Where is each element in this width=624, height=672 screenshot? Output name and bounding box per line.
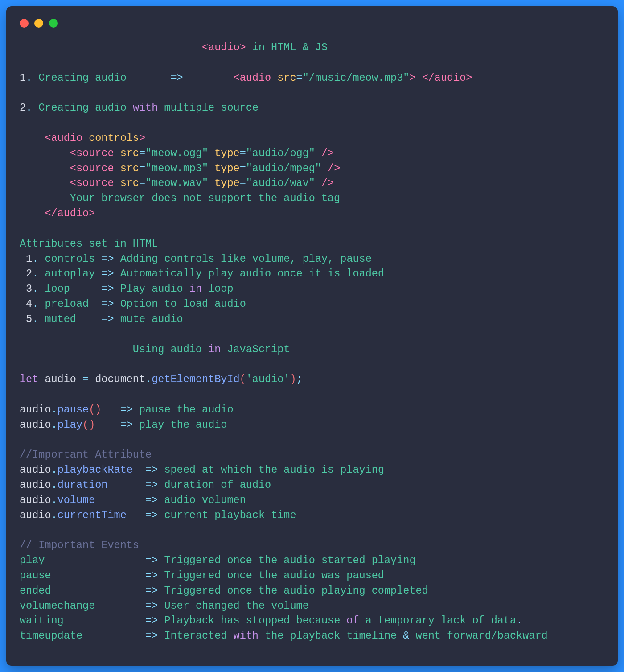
code-window: <audio> in HTML & JS 1. Creating audio =… — [6, 6, 618, 666]
close-icon[interactable] — [20, 19, 29, 28]
minimize-icon[interactable] — [34, 19, 43, 28]
code-content: <audio> in HTML & JS 1. Creating audio =… — [20, 40, 604, 643]
window-traffic-lights — [20, 19, 604, 28]
maximize-icon[interactable] — [49, 19, 58, 28]
